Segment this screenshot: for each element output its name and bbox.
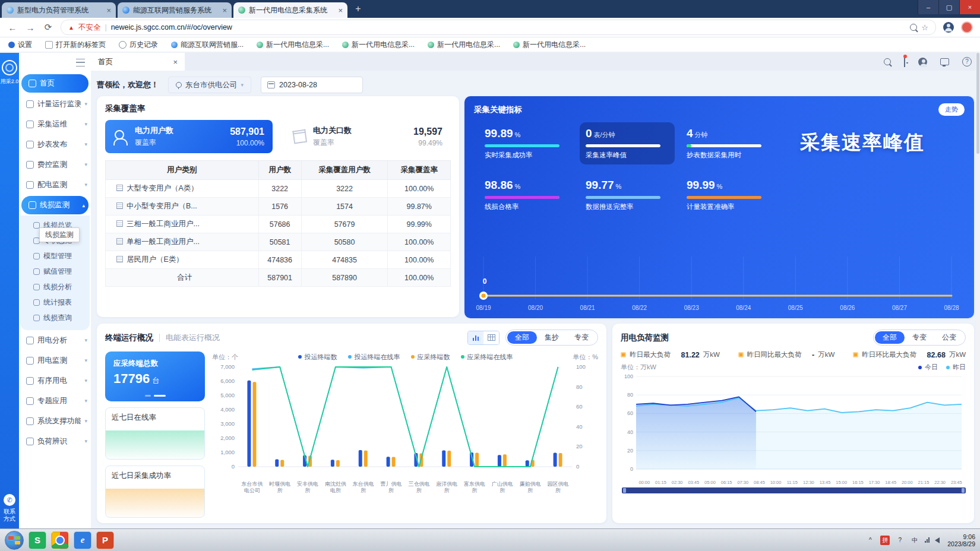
bar-应采终端数[interactable]	[475, 452, 479, 467]
legend-item-应采终端数[interactable]: 应采终端数	[411, 353, 450, 362]
bar-应采终端数[interactable]	[559, 453, 562, 467]
sidebar-item-计量运行监测[interactable]: 计量运行监测▾	[19, 94, 91, 114]
sidebar-item-专题应用[interactable]: 专题应用▾	[19, 391, 91, 411]
tab-meter-overview[interactable]: 电能表运行概况	[166, 332, 220, 343]
table-row[interactable]: 大型专变用户（A类）32223222100.00%	[106, 180, 451, 198]
page-tab-home[interactable]: 首页 ×	[91, 53, 185, 71]
sidebar-subitem-线损查询[interactable]: 线损查询	[20, 310, 90, 325]
table-row[interactable]: 中小型专变用户（B...1576157499.87%	[106, 198, 451, 216]
sidebar-item-用电监测[interactable]: 用电监测▾	[19, 350, 91, 370]
back-icon[interactable]: ←	[7, 23, 18, 33]
address-bar[interactable]: ▲ 不安全 | neweic.js.sgcc.com.cn/#/oc/overv…	[61, 20, 936, 35]
search-icon[interactable]	[910, 24, 917, 31]
powerpoint-icon[interactable]: P	[96, 531, 114, 549]
bar-投运终端数[interactable]	[554, 452, 557, 467]
sidebar-subitem-统计报表[interactable]: 统计报表	[20, 294, 90, 310]
browser-update-icon[interactable]	[961, 21, 973, 33]
sidebar-item-用电分析[interactable]: 用电分析▾	[19, 330, 91, 350]
chart-view-button[interactable]	[468, 331, 483, 344]
coverage-card-gateways[interactable]: 电力关口数 覆盖率 19,597 99.49%	[283, 120, 451, 153]
table-row[interactable]: 居民用户（E类）474836474835100.00%	[106, 251, 451, 269]
sidebar-item-有序用电[interactable]: 有序用电▾	[19, 370, 91, 391]
terminal-summary-card[interactable]: 应采终端总数 17796台	[105, 352, 205, 401]
sidebar-item-抄表发布[interactable]: 抄表发布▾	[19, 134, 91, 154]
carousel-indicator[interactable]	[105, 395, 205, 397]
sidebar-collapse-icon[interactable]	[76, 59, 85, 66]
sidebar-subitem-赋值管理[interactable]: 赋值管理	[20, 264, 90, 279]
taskbar-clock[interactable]: 9:06 2023/8/29	[947, 533, 975, 547]
sidebar-item-配电监测[interactable]: 配电监测▾	[19, 175, 91, 195]
bookmark-item[interactable]: 能源互联网营销服...	[171, 40, 244, 50]
bar-投运终端数[interactable]	[247, 381, 251, 467]
terminal-pill-专变[interactable]: 专变	[567, 331, 596, 344]
load-chart-svg[interactable]: 020406080100	[621, 372, 965, 477]
mini-card-success-rate[interactable]: 近七日采集成功率	[105, 466, 205, 518]
maximize-button[interactable]: ▢	[938, 0, 959, 14]
chrome-icon[interactable]	[51, 531, 69, 549]
user-avatar-icon[interactable]	[918, 58, 927, 66]
bar-应采终端数[interactable]	[392, 457, 396, 467]
table-view-button[interactable]	[483, 331, 499, 344]
volume-icon[interactable]	[935, 537, 940, 543]
browser-tab-1[interactable]: 新型电力负荷管理系统 ×	[2, 2, 116, 18]
bookmark-item[interactable]: 新一代用电信息采...	[513, 40, 586, 50]
legend-item-昨日[interactable]: 昨日	[946, 363, 966, 372]
line-应采终端在线率[interactable]	[252, 367, 558, 467]
legend-item-投运终端在线率[interactable]: 投运终端在线率	[348, 353, 400, 362]
page-tab-close-icon[interactable]: ×	[173, 58, 178, 66]
tab-terminal-overview[interactable]: 终端运行概况	[105, 332, 153, 343]
trend-badge[interactable]: 走势	[938, 103, 965, 116]
scrollbar-thumb[interactable]	[976, 53, 979, 154]
legend-item-应采终端在线率[interactable]: 应采终端在线率	[461, 353, 513, 362]
legend-item-投运终端数[interactable]: 投运终端数	[298, 353, 337, 362]
sidebar-item-系统支撑功能[interactable]: 系统支撑功能▾	[19, 411, 91, 431]
bookmark-item[interactable]: 历史记录	[119, 40, 158, 50]
kpi-metric-采集速率峰值[interactable]: 0表/分钟采集速率峰值	[580, 122, 675, 164]
start-button[interactable]	[5, 531, 24, 550]
phone-icon[interactable]: ✆	[4, 494, 15, 506]
load-pill-公变[interactable]: 公变	[934, 331, 964, 344]
sidebar-item-采集运维[interactable]: 采集运维▾	[19, 114, 91, 134]
page-scrollbar[interactable]	[976, 53, 980, 528]
terminal-chart-area[interactable]: 单位：个 投运终端数投运终端在线率应采终端数应采终端在线率 单位：% 01,00…	[212, 352, 598, 518]
bookmark-item[interactable]: 新一代用电信息采...	[428, 40, 500, 50]
sidebar-item-线损监测[interactable]: 线损监测▴	[21, 196, 88, 214]
app-search-icon[interactable]	[884, 58, 891, 65]
sidebar-item-首页[interactable]: 首页	[21, 74, 88, 93]
legend-item-今日[interactable]: 今日	[918, 363, 938, 372]
tab1-close-icon[interactable]: ×	[106, 6, 111, 15]
ie-icon[interactable]: e	[74, 531, 91, 549]
table-row[interactable]: 单相一般工商业用户...5058150580100.00%	[106, 233, 451, 251]
bar-应采终端数[interactable]	[364, 451, 368, 467]
sidebar-subitem-模型管理[interactable]: 模型管理	[20, 248, 90, 264]
terminal-pill-全部[interactable]: 全部	[507, 331, 537, 344]
sidebar-item-费控监测[interactable]: 费控监测▾	[19, 154, 91, 175]
org-selector[interactable]: 东台市供电公司 ▾	[168, 77, 251, 93]
kpi-metric-实时采集成功率[interactable]: 99.89%实时采集成功率	[479, 122, 574, 164]
bar-应采终端数[interactable]	[280, 460, 284, 467]
date-picker[interactable]: 2023-08-28	[261, 77, 363, 93]
coverage-card-users[interactable]: 电力用户数 覆盖率 587,901 100.00%	[105, 120, 273, 153]
minimize-button[interactable]: –	[918, 0, 938, 14]
forward-icon[interactable]: →	[25, 23, 36, 33]
mini-card-online-rate[interactable]: 近七日在线率	[105, 407, 205, 460]
bar-应采终端数[interactable]	[503, 454, 507, 467]
help-icon[interactable]: ?	[962, 57, 972, 66]
browser-tab-2[interactable]: 能源互联网营销服务系统 ×	[118, 2, 232, 18]
bar-投运终端数[interactable]	[498, 455, 501, 467]
help-tray-icon[interactable]: ?	[895, 536, 905, 545]
sidebar-item-负荷辨识[interactable]: 负荷辨识▾	[19, 431, 91, 451]
tab2-close-icon[interactable]: ×	[222, 6, 227, 15]
network-icon[interactable]	[925, 537, 930, 543]
kpi-metric-抄表数据采集用时[interactable]: 4分钟抄表数据采集用时	[681, 122, 776, 164]
kpi-metric-数据推送完整率[interactable]: 99.77%数据推送完整率	[580, 174, 675, 216]
ime-pinyin-icon[interactable]: 拼	[880, 536, 890, 545]
browser-profile-icon[interactable]	[943, 22, 954, 33]
data-zoom-slider[interactable]	[622, 487, 966, 493]
sidebar-subitem-线损分析[interactable]: 线损分析	[20, 279, 90, 294]
bar-应采终端数[interactable]	[336, 460, 340, 467]
kpi-trend-chart[interactable]: 08/1908/2008/2108/2208/2308/2408/2508/26…	[474, 253, 965, 315]
tray-caret-icon[interactable]: ^	[865, 536, 875, 545]
kpi-metric-计量装置准确率[interactable]: 99.99%计量装置准确率	[681, 174, 776, 216]
load-pill-全部[interactable]: 全部	[875, 331, 905, 344]
